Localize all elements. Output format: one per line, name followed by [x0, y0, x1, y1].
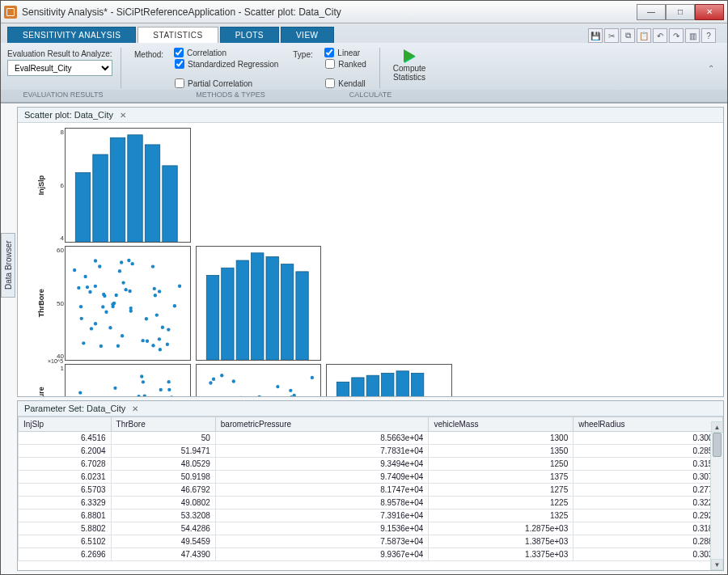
column-header[interactable]: vehicleMass	[429, 417, 574, 432]
svg-point-51	[82, 341, 85, 345]
svg-point-25	[86, 285, 89, 289]
paste-icon[interactable]: 📋	[637, 28, 651, 43]
svg-point-15	[128, 290, 131, 293]
svg-point-31	[120, 261, 123, 264]
svg-rect-1	[93, 154, 108, 242]
histogram-cell[interactable]	[326, 364, 452, 397]
scroll-down-icon[interactable]: ▼	[711, 559, 723, 570]
table-row[interactable]: 6.702848.05299.3494e+0412500.3150	[19, 458, 723, 471]
svg-point-72	[124, 397, 127, 398]
ribbon-collapse-icon[interactable]: ⌃	[708, 64, 721, 73]
svg-point-24	[158, 337, 161, 340]
save-icon[interactable]: 💾	[588, 28, 603, 43]
table-tab[interactable]: Parameter Set: Data_City ✕	[18, 401, 723, 416]
svg-rect-56	[206, 276, 218, 361]
scroll-thumb[interactable]	[713, 433, 722, 457]
svg-point-92	[167, 388, 171, 391]
svg-point-124	[209, 382, 212, 385]
svg-rect-165	[366, 376, 379, 398]
titlebar[interactable]: Sensitivity Analysis* - SiCiPtReferenceA…	[1, 1, 727, 23]
redo-icon[interactable]: ↷	[669, 28, 684, 43]
svg-point-46	[121, 334, 124, 337]
svg-point-66	[78, 391, 82, 395]
svg-point-32	[146, 340, 149, 343]
svg-point-38	[167, 328, 170, 332]
chk-std-regression[interactable]	[175, 59, 184, 69]
svg-point-111	[137, 395, 140, 397]
svg-point-42	[80, 317, 83, 320]
svg-point-39	[77, 286, 80, 290]
plot-area[interactable]: InjSlp864ThrBore605040barometricPressure…	[18, 123, 723, 397]
tab-sensitivity-analysis[interactable]: SENSITIVITY ANALYSIS	[7, 27, 136, 43]
table-scrollbar[interactable]: ▲ ▼	[710, 433, 723, 570]
column-header[interactable]: wheelRadius	[574, 417, 723, 432]
svg-point-41	[158, 290, 161, 293]
cut-icon[interactable]: ✂	[604, 28, 619, 43]
workspace: Data Browser Scatter plot: Data_City ✕ I…	[1, 103, 727, 574]
tab-view[interactable]: VIEW	[281, 27, 334, 43]
svg-point-23	[124, 288, 127, 291]
table-row[interactable]: 6.510249.54597.5873e+041.3875e+030.2888	[19, 535, 723, 548]
svg-point-144	[220, 374, 223, 377]
table-row[interactable]: 6.269647.43909.9367e+041.3375e+030.3038	[19, 548, 723, 561]
compute-statistics-button[interactable]: Compute Statistics	[388, 48, 431, 83]
chk-partial-correlation[interactable]	[175, 78, 184, 88]
table-row[interactable]: 5.880254.42869.1536e+041.2875e+030.3188	[19, 522, 723, 535]
close-button[interactable]: ✕	[695, 4, 724, 20]
plot-tab[interactable]: Scatter plot: Data_City ✕	[18, 108, 723, 123]
chk-linear[interactable]	[324, 48, 334, 57]
group-label-calculate: CALCULATE	[342, 91, 399, 99]
close-tab-icon[interactable]: ✕	[120, 111, 126, 120]
eval-result-select[interactable]: EvalResult_City	[7, 60, 112, 76]
svg-point-160	[276, 385, 279, 388]
group-label-eval: EVALUATION RESULTS	[7, 91, 119, 99]
table-row[interactable]: 6.4516508.5663e+0413000.3000	[19, 432, 723, 445]
tab-statistics[interactable]: STATISTICS	[138, 27, 218, 43]
help-icon[interactable]: ?	[701, 28, 716, 43]
column-header[interactable]: barometricPressure	[215, 417, 429, 432]
svg-point-11	[94, 260, 97, 263]
dock-icon[interactable]: ▥	[685, 28, 700, 43]
table-row[interactable]: 6.570346.67928.1747e+0412750.2775	[19, 484, 723, 497]
table-row[interactable]: 6.023150.91989.7409e+0413750.3075	[19, 471, 723, 484]
undo-icon[interactable]: ↶	[653, 28, 667, 43]
table-row[interactable]: 6.200451.94717.7831e+0413500.2850	[19, 445, 723, 458]
scatter-cell[interactable]	[196, 364, 322, 397]
window-title: Sensitivity Analysis* - SiCiPtReferenceA…	[22, 6, 637, 18]
table-row[interactable]: 6.880153.32087.3916e+0413250.2925	[19, 509, 723, 522]
app-window: Sensitivity Analysis* - SiCiPtReferenceA…	[0, 0, 728, 575]
svg-rect-5	[163, 166, 177, 242]
parameter-table[interactable]: InjSlpThrBorebarometricPressurevehicleMa…	[18, 416, 723, 561]
chk-ranked[interactable]	[325, 59, 335, 69]
svg-point-135	[289, 389, 292, 392]
svg-rect-59	[251, 253, 263, 360]
svg-rect-2	[110, 137, 125, 242]
minimize-button[interactable]: —	[637, 4, 666, 20]
scatter-cell[interactable]: 605040	[65, 246, 191, 361]
chk-correlation[interactable]	[174, 48, 184, 57]
tab-plots[interactable]: PLOTS	[220, 27, 279, 43]
table-row[interactable]: 6.332949.08028.9578e+0412250.3225	[19, 497, 723, 509]
chk-kendall[interactable]	[325, 78, 335, 88]
svg-point-10	[98, 265, 101, 268]
histogram-cell[interactable]: 864	[65, 128, 191, 243]
maximize-button[interactable]: □	[666, 4, 695, 20]
histogram-cell[interactable]	[196, 246, 322, 361]
svg-point-54	[129, 307, 133, 310]
svg-point-27	[104, 311, 108, 314]
svg-point-14	[94, 322, 97, 325]
scroll-up-icon[interactable]: ▲	[711, 421, 723, 433]
scatter-cell[interactable]: 10.5×10^5	[65, 364, 191, 397]
copy-icon[interactable]: ⧉	[620, 28, 635, 43]
scatter-plot-panel: Scatter plot: Data_City ✕ InjSlp864ThrBo…	[17, 107, 724, 397]
column-header[interactable]: ThrBore	[111, 417, 215, 432]
column-header[interactable]: InjSlp	[19, 417, 112, 432]
app-icon	[4, 6, 17, 19]
svg-point-45	[94, 285, 97, 288]
play-icon	[404, 49, 415, 62]
close-tab-icon[interactable]: ✕	[132, 404, 138, 413]
data-browser-tab[interactable]: Data Browser	[1, 233, 15, 298]
svg-point-155	[212, 378, 215, 381]
svg-rect-4	[145, 145, 159, 242]
svg-point-50	[161, 326, 164, 329]
